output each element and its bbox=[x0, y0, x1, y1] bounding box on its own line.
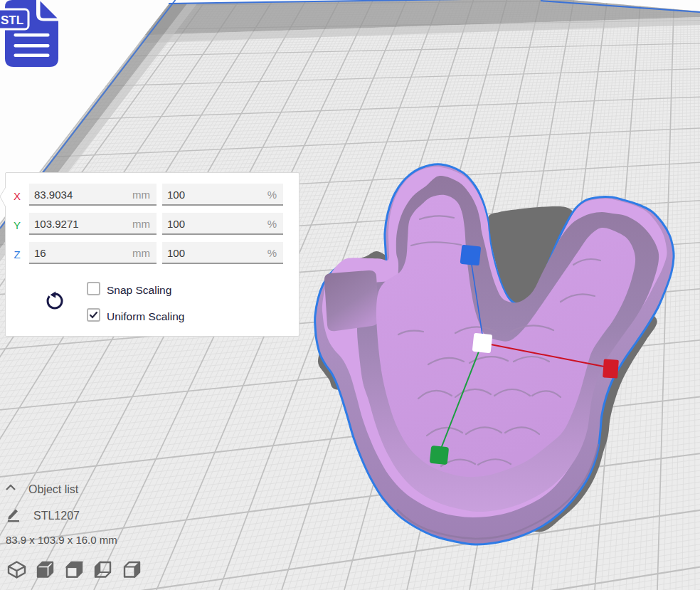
svg-text:STL: STL bbox=[1, 14, 23, 27]
